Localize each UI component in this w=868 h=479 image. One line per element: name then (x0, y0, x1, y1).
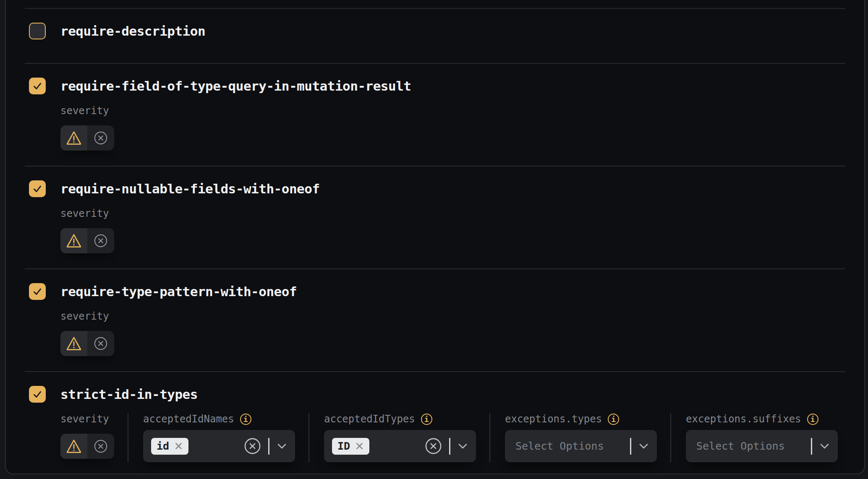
rule-enabled-checkbox[interactable] (29, 283, 46, 300)
selected-value-tag: ID (332, 438, 369, 455)
select-separator (811, 438, 812, 455)
chevron-down-icon[interactable] (638, 443, 649, 449)
rule-title-row: require-description (29, 23, 845, 39)
rule-enabled-checkbox[interactable] (29, 180, 46, 197)
rule-title-row: require-field-of-type-query-in-mutation-… (29, 78, 845, 94)
check-icon (32, 389, 43, 400)
chevron-down-icon[interactable] (277, 443, 287, 449)
option-label: severity (60, 413, 109, 425)
multiselect-input[interactable]: ID (324, 430, 476, 462)
option-acceptedIdNames: acceptedIdNames i id (128, 413, 309, 462)
rules-panel: require-description require-field-of-typ… (5, 0, 865, 474)
circle-x-icon (94, 336, 108, 351)
severity-warn-button[interactable] (60, 228, 87, 253)
check-icon (32, 286, 43, 297)
select-separator (268, 438, 269, 455)
severity-off-button[interactable] (87, 125, 114, 151)
severity-off-button[interactable] (87, 331, 114, 356)
severity-toggle (60, 331, 114, 356)
circle-x-icon (94, 131, 108, 145)
circle-x-icon (94, 439, 108, 453)
check-icon (32, 81, 43, 91)
option-label: acceptedIdNames (143, 413, 234, 425)
severity-toggle (60, 434, 114, 459)
rule-enabled-checkbox[interactable] (29, 23, 46, 39)
warning-triangle-icon (65, 233, 82, 248)
rule-row-require-field-of-type-query-in-mutation-result: require-field-of-type-query-in-mutation-… (25, 63, 845, 166)
severity-warn-button[interactable] (60, 331, 87, 356)
rule-title-row: strict-id-in-types (29, 386, 845, 403)
rule-enabled-checkbox[interactable] (29, 78, 46, 94)
rule-name: require-type-pattern-with-oneof (60, 284, 297, 299)
info-icon[interactable]: i (608, 414, 619, 425)
rule-enabled-checkbox[interactable] (29, 386, 46, 403)
option-label: acceptedIdTypes (324, 413, 415, 425)
severity-toggle (60, 125, 114, 151)
rule-name: require-field-of-type-query-in-mutation-… (60, 78, 411, 94)
check-icon (32, 183, 43, 194)
option-severity: severity (60, 208, 128, 257)
multiselect-input[interactable]: id (143, 430, 295, 462)
rules-list: require-description require-field-of-typ… (25, 8, 845, 474)
warning-triangle-icon (65, 336, 82, 351)
option-severity: severity (60, 310, 128, 359)
chevron-down-icon[interactable] (819, 443, 830, 449)
circle-x-clear-icon (244, 437, 261, 455)
clear-selection-button[interactable] (425, 437, 442, 455)
chevron-down-icon[interactable] (458, 443, 468, 449)
rule-options: severity (60, 208, 845, 257)
rule-row-require-nullable-fields-with-oneof: require-nullable-fields-with-oneof sever… (25, 166, 845, 268)
rule-name: require-description (60, 23, 205, 39)
select-separator (630, 438, 631, 455)
rule-title-row: require-nullable-fields-with-oneof (29, 180, 845, 197)
severity-off-button[interactable] (87, 434, 114, 459)
tag-label: ID (337, 440, 350, 452)
multiselect-placeholder: Select Options (515, 440, 604, 452)
info-icon[interactable]: i (240, 414, 251, 425)
option-exceptions.suffixes: exceptions.suffixes i Select Options (670, 413, 851, 462)
option-label: exceptions.suffixes (686, 413, 801, 425)
severity-warn-button[interactable] (60, 125, 87, 151)
option-severity: severity (60, 413, 128, 462)
warning-triangle-icon (65, 130, 82, 146)
rule-name: require-nullable-fields-with-oneof (60, 181, 320, 196)
rule-title-row: require-type-pattern-with-oneof (29, 283, 845, 300)
option-label: severity (60, 310, 109, 322)
rule-row-require-type-pattern-with-oneof: require-type-pattern-with-oneof severity (25, 268, 845, 371)
rule-options: severity (60, 413, 845, 462)
rule-name: strict-id-in-types (60, 387, 198, 402)
option-label: exceptions.types (505, 413, 602, 425)
rule-options: severity (60, 105, 845, 154)
option-exceptions.types: exceptions.types i Select Options (489, 413, 670, 462)
select-separator (449, 438, 450, 455)
option-label: severity (60, 105, 109, 117)
multiselect-input[interactable]: Select Options (505, 430, 657, 462)
option-label: severity (60, 208, 109, 219)
warning-triangle-icon (65, 439, 82, 454)
remove-tag-x-icon[interactable] (355, 442, 364, 450)
clear-selection-button[interactable] (244, 437, 261, 455)
severity-off-button[interactable] (87, 228, 114, 253)
rule-options: severity (60, 310, 845, 359)
option-acceptedIdTypes: acceptedIdTypes i ID (309, 413, 489, 462)
info-icon[interactable]: i (807, 414, 818, 425)
rule-row-require-description: require-description (25, 8, 845, 63)
circle-x-icon (94, 234, 108, 248)
remove-tag-x-icon[interactable] (174, 442, 183, 450)
severity-toggle (60, 228, 114, 253)
multiselect-placeholder: Select Options (696, 440, 785, 452)
rule-row-strict-id-in-types: strict-id-in-types severity (25, 371, 845, 474)
option-severity: severity (60, 105, 128, 154)
selected-value-tag: id (151, 438, 188, 455)
info-icon[interactable]: i (421, 414, 432, 425)
tag-label: id (157, 440, 169, 452)
circle-x-clear-icon (425, 437, 442, 455)
multiselect-input[interactable]: Select Options (686, 430, 838, 462)
severity-warn-button[interactable] (60, 434, 87, 459)
